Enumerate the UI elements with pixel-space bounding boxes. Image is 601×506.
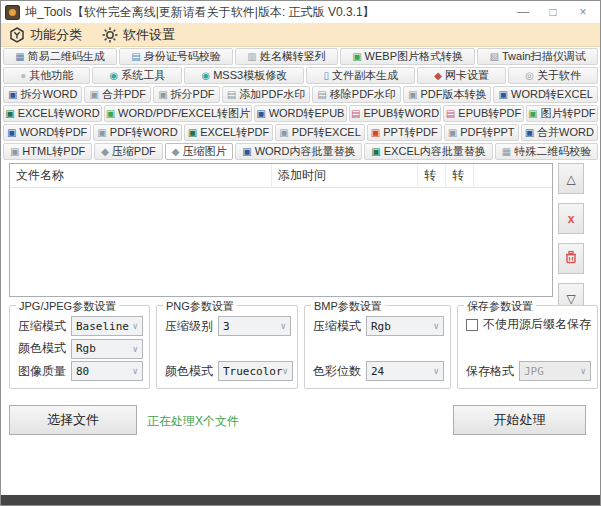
jpg-color-mode-dropdown[interactable]: Rgb∨ <box>71 339 143 359</box>
toolbar-button-label: 拆分PDF <box>171 87 215 102</box>
id-number-verify-icon: ▤ <box>131 52 140 62</box>
about-software-button[interactable]: ◎关于软件 <box>508 67 598 84</box>
word-to-epub-button[interactable]: ▣WORD转EPUB <box>254 105 347 122</box>
titlebar: 坤_Tools【软件完全离线|更新请看关于软件|版本: 正式版 V0.3.1】 … <box>1 1 600 23</box>
toolbar-button-label: 合并WORD <box>537 125 594 140</box>
ppt-to-pdf-button[interactable]: ▣PPT转PDF <box>367 124 442 141</box>
webp-convert-icon: ▣ <box>352 52 361 62</box>
minimize-button[interactable]: — <box>508 1 538 23</box>
excel-to-pdf-button[interactable]: ▣EXCEL转PDF <box>184 124 274 141</box>
system-tools-button[interactable]: ◉系统工具 <box>92 67 182 84</box>
compress-pdf-button[interactable]: ◆压缩PDF <box>94 143 163 160</box>
png-color-mode-dropdown[interactable]: Truecolor∨ <box>218 361 293 381</box>
split-word-icon: ▣ <box>8 90 17 100</box>
remove-pdf-watermark-button[interactable]: ▤移除PDF水印 <box>312 86 401 103</box>
twain-scanner-icon: ▧ <box>490 52 499 62</box>
start-processing-button[interactable]: 开始处理 <box>453 405 586 435</box>
remove-file-button[interactable]: x <box>558 203 584 234</box>
group-title: 保存参数设置 <box>464 299 536 314</box>
file-copy-generate-button[interactable]: ▯文件副本生成 <box>306 67 415 84</box>
id-number-verify-button[interactable]: ▤身份证号码校验 <box>119 48 233 65</box>
jpg-image-quality-dropdown[interactable]: 80∨ <box>71 361 143 381</box>
maximize-button[interactable]: □ <box>538 1 568 23</box>
column-header-filename[interactable]: 文件名称 <box>10 164 272 187</box>
special-qr-verify-button[interactable]: ▦特殊二维码校验 <box>495 143 598 160</box>
pdf-to-excel-button[interactable]: ▣PDF转EXCEL <box>275 124 365 141</box>
select-files-button[interactable]: 选择文件 <box>9 405 137 435</box>
save-params-group: 保存参数设置不使用源后缀名保存保存格式JPG∨ <box>457 305 598 389</box>
merge-pdf-button[interactable]: ▣合并PDF <box>84 86 151 103</box>
png-compress-level-dropdown[interactable]: 3∨ <box>218 316 291 336</box>
epub-to-word-button[interactable]: ▤EPUB转WORD <box>349 105 442 122</box>
footer-bar: 选择文件 正在处理X个文件 开始处理 <box>9 405 592 435</box>
split-word-button[interactable]: ▣拆分WORD <box>3 86 82 103</box>
bmp-params-group: BMP参数设置压缩模式Rgb∨色彩位数24∨ <box>304 305 451 389</box>
bmp-compress-mode-label: 压缩模式 <box>313 318 361 335</box>
column-header-convert-1[interactable]: 转 <box>418 164 446 187</box>
no-source-extension-checkbox[interactable]: 不使用源后缀名保存 <box>466 316 591 333</box>
bmp-color-bits-dropdown[interactable]: 24∨ <box>366 361 444 381</box>
menu-function-categories[interactable]: 功能分类 <box>9 26 82 44</box>
group-title: PNG参数设置 <box>163 299 237 314</box>
dropdown-value: 3 <box>223 320 230 333</box>
parameter-settings: JPG/JPEG参数设置压缩模式Baseline∨颜色模式Rgb∨图像质量80∨… <box>9 305 598 389</box>
compress-image-button[interactable]: ◆压缩图片 <box>165 143 234 160</box>
close-button[interactable]: × <box>568 1 598 23</box>
add-pdf-watermark-button[interactable]: ▤添加PDF水印 <box>222 86 311 103</box>
about-software-icon: ◎ <box>525 71 534 81</box>
word-to-excel-button[interactable]: ▣WORD转EXCEL <box>493 86 598 103</box>
png-color-mode-label: 颜色模式 <box>165 363 213 380</box>
mss3-template-edit-button[interactable]: ◉MSS3模板修改 <box>184 67 304 84</box>
trash-icon <box>564 250 578 267</box>
column-header-convert-2[interactable]: 转 <box>446 164 474 187</box>
pdf-to-ppt-button[interactable]: ▣PDF转PPT <box>444 124 519 141</box>
pdf-to-ppt-icon: ▣ <box>448 128 457 138</box>
toolbar-button-label: WORD转PDF <box>19 125 87 140</box>
jpg-compress-mode-dropdown[interactable]: Baseline∨ <box>71 316 143 336</box>
ppt-to-pdf-icon: ▣ <box>371 128 380 138</box>
dropdown-value: 24 <box>371 365 384 378</box>
network-card-settings-button[interactable]: ◆网卡设置 <box>417 67 506 84</box>
excel-to-word-button[interactable]: ▣EXCEL转WORD <box>3 105 102 122</box>
pdf-version-convert-icon: ▣ <box>408 90 417 100</box>
dropdown-value: JPG <box>524 365 544 378</box>
clear-list-button[interactable] <box>558 243 584 274</box>
chevron-down-icon: ∨ <box>581 366 586 376</box>
column-header-added-time[interactable]: 添加时间 <box>272 164 418 187</box>
name-rotate-icon: ▥ <box>247 52 256 62</box>
split-pdf-button[interactable]: ▣拆分PDF <box>153 86 220 103</box>
menu-software-settings[interactable]: 软件设置 <box>102 26 175 44</box>
excel-batch-replace-button[interactable]: ▣EXCEL内容批量替换 <box>364 143 492 160</box>
epub-to-pdf-icon: ▤ <box>446 109 455 119</box>
merge-word-button[interactable]: ▣合并WORD <box>521 124 598 141</box>
pdf-to-word-button[interactable]: ▣PDF转WORD <box>93 124 181 141</box>
move-up-button[interactable]: △ <box>558 163 584 194</box>
add-pdf-watermark-icon: ▤ <box>227 90 236 100</box>
epub-to-word-icon: ▤ <box>351 109 360 119</box>
toolbar-button-label: 添加PDF水印 <box>239 87 305 102</box>
pdf-version-convert-button[interactable]: ▣PDF版本转换 <box>403 86 492 103</box>
word-to-pdf-button[interactable]: ▣WORD转PDF <box>3 124 91 141</box>
office-to-image-button[interactable]: ▣WORD/PDF/EXCEL转图片 <box>104 105 252 122</box>
settings-gear-icon <box>102 27 118 43</box>
mss3-template-edit-icon: ◉ <box>201 71 210 81</box>
bmp-compress-mode-dropdown[interactable]: Rgb∨ <box>366 316 444 336</box>
twain-scanner-button[interactable]: ▧Twain扫描仪调试 <box>477 48 598 65</box>
epub-to-pdf-button[interactable]: ▤EPUB转PDF <box>443 105 523 122</box>
html-to-pdf-button[interactable]: ▣HTML转PDF <box>3 143 92 160</box>
webp-convert-button[interactable]: ▣WEBP图片格式转换 <box>340 48 475 65</box>
toolbar-button-label: 其他功能 <box>29 68 73 83</box>
word-batch-replace-button[interactable]: ▣WORD内容批量替换 <box>235 143 362 160</box>
toolbar-button-label: 身份证号码校验 <box>144 49 221 64</box>
other-functions-button[interactable]: ●其他功能 <box>3 67 90 84</box>
dropdown-value: Truecolor <box>223 365 283 378</box>
toolbar-button-label: WORD转EXCEL <box>511 87 593 102</box>
image-to-pdf-button[interactable]: ▣图片转PDF <box>526 105 598 122</box>
word-to-pdf-icon: ▣ <box>7 128 16 138</box>
toolbar-button-label: 关于软件 <box>537 68 581 83</box>
name-rotate-button[interactable]: ▥姓名横转竖列 <box>235 48 338 65</box>
system-tools-icon: ◉ <box>109 71 118 81</box>
excel-to-pdf-icon: ▣ <box>188 128 197 138</box>
toolbar-button-label: 压缩图片 <box>182 144 226 159</box>
simple-qr-generate-button[interactable]: ▦简易二维码生成 <box>3 48 117 65</box>
